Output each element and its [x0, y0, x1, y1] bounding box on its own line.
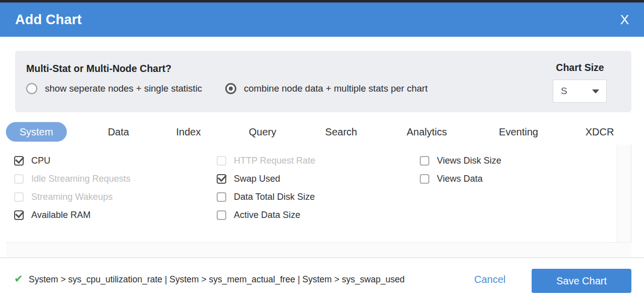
stat-checkbox-streaming-wakeups: Streaming Wakeups — [14, 191, 131, 203]
checkbox-icon[interactable] — [217, 174, 226, 184]
cancel-button[interactable]: Cancel — [474, 274, 505, 285]
checkbox-icon[interactable] — [14, 210, 24, 220]
tab-query[interactable]: Query — [249, 126, 276, 138]
panel-question: Multi-Stat or Multi-Node Chart? — [26, 63, 171, 74]
chart-size-select[interactable]: S — [553, 80, 607, 103]
tab-system[interactable]: System — [6, 122, 67, 142]
tab-label: System — [20, 126, 53, 137]
stat-checkbox-views-disk-size[interactable]: Views Disk Size — [420, 155, 501, 167]
stat-label: HTTP Request Rate — [234, 156, 315, 166]
selection-summary: System > sys_cpu_utilization_rate | Syst… — [29, 274, 405, 285]
radio-label: combine node data + multiple stats per c… — [244, 83, 428, 94]
tab-eventing[interactable]: Eventing — [499, 126, 538, 138]
radio-icon[interactable] — [225, 83, 236, 94]
chevron-down-icon — [592, 90, 599, 94]
tab-index[interactable]: Index — [176, 126, 201, 138]
checkbox-icon — [14, 192, 24, 202]
dialog-title: Add Chart — [15, 12, 82, 28]
stat-checkbox-http-request-rate: HTTP Request Rate — [217, 155, 315, 167]
checkbox-icon[interactable] — [420, 156, 429, 166]
stat-checkbox-active-data-size[interactable]: Active Data Size — [217, 209, 315, 221]
radio-separate-nodes[interactable]: show seperate nodes + single statistic — [26, 83, 202, 94]
service-tabs: System Data Index Query Search Analytics… — [0, 120, 644, 143]
tab-search[interactable]: Search — [325, 126, 357, 138]
chart-size-value: S — [561, 86, 567, 97]
stat-label: Active Data Size — [234, 210, 300, 220]
dialog-header: Add Chart X — [0, 3, 644, 37]
stat-checkbox-cpu[interactable]: CPU — [14, 155, 131, 167]
stat-checkbox-views-data[interactable]: Views Data — [420, 173, 501, 185]
tab-label: Data — [108, 126, 129, 137]
checkbox-icon — [217, 156, 226, 166]
stat-checkbox-available-ram[interactable]: Available RAM — [14, 209, 131, 221]
dialog-footer: ✔ System > sys_cpu_utilization_rate | Sy… — [0, 258, 644, 302]
stat-label: Views Disk Size — [437, 156, 501, 166]
stat-label: Data Total Disk Size — [234, 192, 315, 202]
stats-column-3: Views Disk Size Views Data — [420, 155, 501, 191]
radio-icon[interactable] — [26, 83, 37, 94]
tab-xdcr[interactable]: XDCR — [586, 126, 614, 138]
stats-column-2: HTTP Request Rate Swap Used Data Total D… — [217, 155, 315, 227]
tab-analytics[interactable]: Analytics — [407, 126, 447, 138]
chart-size-label: Chart Size — [553, 62, 607, 73]
checkbox-icon[interactable] — [217, 210, 226, 220]
checkbox-icon[interactable] — [14, 156, 24, 166]
tab-label: Index — [176, 126, 201, 137]
checkbox-icon[interactable] — [420, 174, 429, 184]
stat-checkbox-swap-used[interactable]: Swap Used — [217, 173, 315, 185]
chart-size-group: Chart Size S — [553, 62, 607, 103]
stat-label: Swap Used — [234, 174, 280, 184]
vertical-scrollbar[interactable] — [617, 144, 631, 257]
radio-combine-data[interactable]: combine node data + multiple stats per c… — [225, 83, 428, 94]
tab-data[interactable]: Data — [108, 126, 129, 138]
stat-label: Views Data — [437, 174, 483, 184]
radio-label: show seperate nodes + single statistic — [45, 83, 202, 94]
horizontal-scrollbar[interactable] — [6, 242, 631, 257]
tab-label: Eventing — [499, 126, 538, 137]
success-check-icon: ✔ — [14, 273, 23, 284]
tab-label: Search — [325, 126, 357, 137]
stat-label: Streaming Wakeups — [31, 192, 112, 202]
stat-label: Available RAM — [31, 210, 91, 220]
checkbox-icon[interactable] — [217, 192, 226, 202]
stat-checkbox-data-total-disk-size[interactable]: Data Total Disk Size — [217, 191, 315, 203]
tab-label: Analytics — [407, 126, 447, 137]
multi-stat-panel: Multi-Stat or Multi-Node Chart? show sep… — [15, 51, 631, 112]
close-icon[interactable]: X — [620, 13, 629, 26]
add-chart-dialog: Add Chart X Multi-Stat or Multi-Node Cha… — [0, 0, 644, 302]
stat-checkbox-idle-streaming-requests: Idle Streaming Requests — [14, 173, 131, 185]
tab-label: XDCR — [586, 126, 614, 137]
stat-label: Idle Streaming Requests — [31, 174, 131, 184]
tab-label: Query — [249, 126, 276, 137]
save-chart-button[interactable]: Save Chart — [532, 269, 631, 293]
stats-column-1: CPU Idle Streaming Requests Streaming Wa… — [14, 155, 131, 227]
stat-label: CPU — [31, 156, 50, 166]
checkbox-icon — [14, 174, 24, 184]
